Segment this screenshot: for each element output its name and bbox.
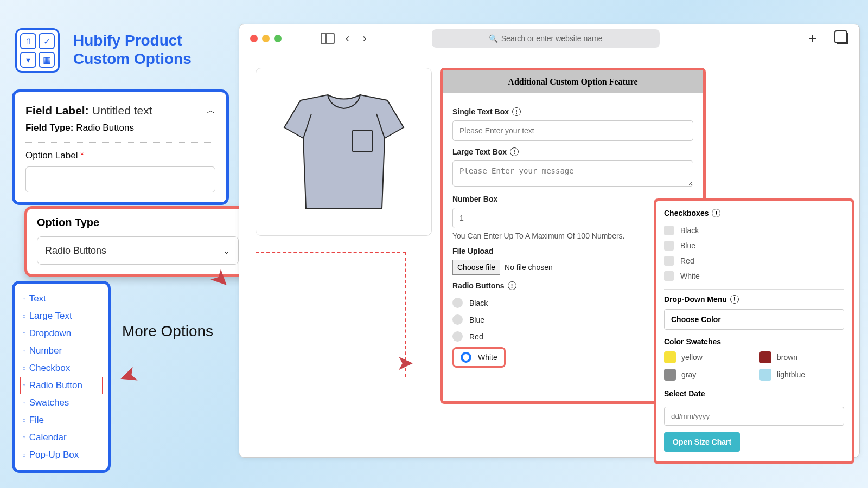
product-image-card — [256, 68, 432, 236]
color-swatch-option[interactable]: yellow — [664, 351, 749, 363]
radio-icon — [452, 314, 463, 325]
close-window-icon[interactable] — [250, 35, 258, 42]
field-config-panel: Field Label: Untitled text ︿ Field Type:… — [12, 89, 229, 205]
option-type-select[interactable]: Radio Buttons ⌄ — [37, 236, 239, 265]
dropdown-select[interactable]: Choose Color — [664, 309, 844, 330]
arrow-icon: ➤ — [397, 351, 414, 375]
checkboxes-label: Checkboxes ! — [664, 209, 844, 217]
field-type-caption: Field Type: — [25, 123, 73, 133]
option-type-item[interactable]: ○Text — [20, 290, 103, 307]
tabs-overview-icon[interactable] — [837, 33, 848, 44]
bullet-icon: ○ — [22, 452, 26, 458]
color-swatches-label: Color Swatches — [664, 337, 844, 346]
required-marker: * — [80, 150, 84, 160]
app-title: Hubify ProductCustom Options — [73, 31, 192, 68]
extra-options-panel: Checkboxes ! BlackBlueRedWhite Drop-Down… — [654, 198, 854, 464]
logo-tile-upload-icon: ⇧ — [20, 33, 36, 49]
radio-icon — [452, 331, 463, 342]
checkbox-icon — [664, 256, 674, 266]
new-tab-button[interactable]: + — [808, 30, 817, 47]
tshirt-icon — [268, 84, 420, 220]
info-icon[interactable]: ! — [508, 281, 516, 290]
option-type-item[interactable]: ○Swatches — [20, 394, 103, 412]
logo-tile-calendar-icon: ▦ — [39, 52, 55, 68]
address-bar[interactable]: 🔍 Search or enter website name — [432, 29, 660, 48]
large-text-input[interactable] — [452, 160, 693, 187]
swatch-color — [760, 369, 771, 381]
option-type-item[interactable]: ○File — [20, 412, 103, 429]
bullet-icon: ○ — [22, 330, 26, 337]
field-type-row: Field Type: Radio Buttons — [25, 123, 215, 133]
bullet-icon: ○ — [22, 365, 26, 371]
divider — [664, 289, 844, 290]
bullet-icon: ○ — [22, 417, 26, 423]
swatch-color — [760, 351, 771, 363]
info-icon[interactable]: ! — [510, 147, 519, 156]
window-controls[interactable] — [250, 35, 282, 42]
checkbox-option[interactable]: Black — [664, 223, 844, 238]
option-type-item[interactable]: ○Pop-Up Box — [20, 446, 103, 464]
forward-button[interactable]: › — [360, 31, 368, 46]
option-type-item[interactable]: ○Number — [20, 342, 103, 359]
logo-tile-check-icon: ✓ — [39, 33, 55, 49]
checkbox-option[interactable]: Blue — [664, 238, 844, 253]
color-swatch-option[interactable]: brown — [760, 351, 844, 363]
search-icon: 🔍 — [489, 34, 498, 43]
color-swatch-option[interactable]: gray — [664, 369, 749, 381]
option-type-item[interactable]: ○Dropdown — [20, 325, 103, 342]
checkbox-option[interactable]: White — [664, 268, 844, 284]
maximize-window-icon[interactable] — [274, 35, 282, 42]
option-type-card: Option Type Radio Buttons ⌄ — [24, 206, 251, 277]
option-type-item[interactable]: ○Calendar — [20, 429, 103, 446]
swatch-color — [664, 369, 676, 381]
info-icon[interactable]: ! — [712, 209, 720, 217]
dropdown-label: Drop-Down Menu ! — [664, 295, 844, 304]
single-text-label: Single Text Box ! — [452, 107, 693, 116]
select-date-label: Select Date — [664, 389, 844, 398]
option-type-list: ○Text○Large Text○Dropdown○Number○Checkbo… — [12, 281, 111, 473]
info-icon[interactable]: ! — [512, 107, 521, 116]
app-logo: ⇧ ✓ ▾ ▦ — [15, 28, 60, 73]
divider — [25, 142, 215, 143]
option-type-item[interactable]: ○Checkbox — [20, 359, 103, 377]
swatch-color — [664, 351, 676, 363]
field-label-row[interactable]: Field Label: Untitled text ︿ — [25, 104, 215, 117]
radio-option-selected[interactable]: White — [452, 347, 506, 368]
info-icon[interactable]: ! — [730, 295, 739, 304]
arrow-icon: ➤ — [116, 361, 143, 392]
bullet-icon: ○ — [22, 313, 26, 319]
bullet-icon: ○ — [22, 400, 26, 406]
back-button[interactable]: ‹ — [343, 31, 352, 46]
bullet-icon: ○ — [22, 382, 26, 389]
bullet-icon: ○ — [22, 348, 26, 354]
option-label-caption: Option Label * — [25, 150, 215, 161]
radio-selected-icon — [461, 352, 471, 363]
checkbox-icon — [664, 226, 674, 235]
minimize-window-icon[interactable] — [262, 35, 270, 42]
date-input[interactable] — [664, 407, 844, 426]
open-size-chart-button[interactable]: Open Size Chart — [664, 432, 740, 452]
dashed-connector — [256, 252, 406, 377]
sidebar-toggle-icon[interactable] — [321, 33, 335, 44]
feature-panel-header: Additional Custom Option Feature — [443, 70, 703, 93]
checkbox-icon — [664, 271, 674, 281]
option-type-selected: Radio Buttons — [45, 245, 106, 256]
file-status: No file chosen — [505, 263, 553, 272]
bullet-icon: ○ — [22, 296, 26, 302]
bullet-icon: ○ — [22, 434, 26, 441]
option-type-item[interactable]: ○Large Text — [20, 307, 103, 325]
option-type-caption: Option Type — [37, 216, 239, 229]
large-text-label: Large Text Box ! — [452, 147, 693, 156]
checkbox-option[interactable]: Red — [664, 253, 844, 268]
single-text-input[interactable] — [452, 120, 693, 141]
more-options-label: More Options — [122, 323, 213, 340]
field-type-value: Radio Buttons — [76, 123, 134, 133]
checkbox-icon — [664, 241, 674, 251]
color-swatch-option[interactable]: lightblue — [760, 369, 844, 381]
svg-rect-0 — [352, 130, 373, 152]
choose-file-button[interactable]: Choose file — [452, 260, 500, 275]
option-type-item[interactable]: ○Radio Button — [20, 377, 103, 394]
chevron-down-icon: ⌄ — [222, 245, 231, 256]
option-label-input[interactable] — [25, 166, 215, 192]
address-placeholder: Search or enter website name — [501, 34, 603, 43]
